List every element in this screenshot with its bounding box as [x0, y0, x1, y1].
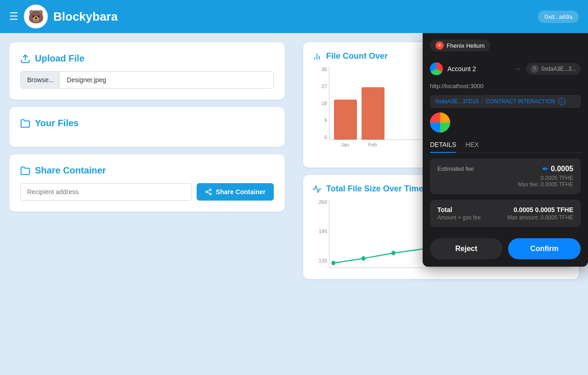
fee-row: Estimated fee ✏ 0.0005: [437, 165, 573, 173]
popup-url: http://localhost:3000: [423, 80, 588, 92]
fee-card: Estimated fee ✏ 0.0005 0.0005 TFHE Max f…: [430, 158, 581, 194]
share-icon: [205, 188, 212, 196]
app-logo: 🐻: [24, 5, 48, 28]
tab-hex[interactable]: HEX: [465, 137, 479, 153]
confirm-button[interactable]: Confirm: [508, 238, 581, 259]
right-panel: File Count Over 36 27 18 9 0 Jan Feb: [294, 33, 588, 375]
main-container: Upload File Browse... Designer.jpeg Your…: [0, 33, 588, 375]
app-header: ☰ 🐻 Blockybara 0xd...a69a: [0, 0, 588, 33]
app-title: Blockybara: [53, 10, 118, 24]
network-name: Fhenix Helium: [447, 42, 485, 49]
bear-icon: 🐻: [28, 9, 44, 24]
file-name-display: Designer.jpeg: [60, 72, 273, 88]
reject-button[interactable]: Reject: [430, 238, 503, 259]
fee-max: Max fee: 0.0005 TFHE: [437, 181, 573, 188]
network-pill[interactable]: F Fhenix Helium: [430, 39, 490, 51]
address-pill: ? 0xdaA3E...3...: [526, 63, 581, 75]
account-avatar: [430, 62, 443, 75]
upload-file-card: Upload File Browse... Designer.jpeg: [9, 42, 285, 100]
network-dot: F: [435, 41, 444, 50]
wallet-popup: F Fhenix Helium Account 2 → ? 0xdaA3E...…: [423, 33, 588, 267]
total-bold-amount: 0.0005: [514, 206, 533, 213]
popup-tabs: DETAILS HEX: [430, 137, 581, 153]
total-row: Total Amount + gas fee 0.0005 0.0005 TFH…: [437, 206, 573, 221]
hamburger-icon[interactable]: ☰: [9, 11, 18, 22]
fee-value: 0.0005: [551, 165, 573, 173]
total-card: Total Amount + gas fee 0.0005 0.0005 TFH…: [430, 200, 581, 227]
edit-icon[interactable]: ✏: [543, 165, 548, 173]
total-rest: 0.0005 TFHE: [535, 206, 573, 213]
svg-line-5: [208, 190, 210, 191]
total-sub: Amount + gas fee: [437, 214, 481, 221]
left-panel: Upload File Browse... Designer.jpeg Your…: [0, 33, 294, 375]
upload-icon: [20, 54, 30, 64]
header-right: 0xd...a69a: [538, 11, 579, 23]
popup-actions: Reject Confirm: [423, 233, 588, 267]
total-amount: 0.0005 0.0005 TFHE: [507, 206, 573, 213]
contract-badge: 0xdaA3E...37D16 : CONTRACT INTERACTION i: [430, 95, 581, 108]
total-label: Total: [437, 206, 481, 213]
info-icon[interactable]: i: [558, 98, 565, 105]
fee-sub-amount: 0.0005 TFHE: [437, 175, 573, 181]
share-container-card: Share Container Share Container: [9, 154, 285, 212]
contract-address: 0xdaA3E...37D16: [435, 98, 479, 105]
question-icon: ?: [531, 65, 539, 73]
your-files-card: Your Files: [9, 107, 285, 147]
wallet-address[interactable]: 0xd...a69a: [538, 11, 579, 23]
address-display: 0xdaA3E...3...: [542, 66, 576, 72]
total-max: Max amount: 0.0005 TFHE: [507, 214, 573, 221]
share-folder-icon: [20, 166, 30, 176]
browse-button[interactable]: Browse...: [21, 72, 60, 88]
share-container-title: Share Container: [20, 165, 274, 176]
svg-line-4: [208, 192, 210, 194]
folder-icon: [20, 118, 30, 129]
logo-globe: [430, 112, 450, 133]
your-files-title: Your Files: [20, 118, 274, 129]
contract-separator: :: [481, 98, 483, 105]
share-input-row: Share Container: [20, 183, 274, 201]
popup-header: F Fhenix Helium: [423, 33, 588, 58]
recipient-input[interactable]: [20, 183, 192, 201]
share-container-button[interactable]: Share Container: [197, 183, 274, 201]
fee-amount: ✏ 0.0005: [543, 165, 573, 173]
contract-label: CONTRACT INTERACTION: [486, 98, 555, 105]
tab-details[interactable]: DETAILS: [430, 137, 456, 153]
account-name: Account 2: [447, 65, 509, 73]
account-row: Account 2 → ? 0xdaA3E...3...: [423, 58, 588, 80]
file-input-row: Browse... Designer.jpeg: [20, 71, 274, 89]
arrow-right-icon: →: [514, 65, 521, 73]
header-left: ☰ 🐻 Blockybara: [9, 5, 118, 28]
fee-label: Estimated fee: [437, 165, 474, 172]
popup-overlay: F Fhenix Helium Account 2 → ? 0xdaA3E...…: [294, 33, 588, 375]
upload-file-title: Upload File: [20, 53, 274, 64]
